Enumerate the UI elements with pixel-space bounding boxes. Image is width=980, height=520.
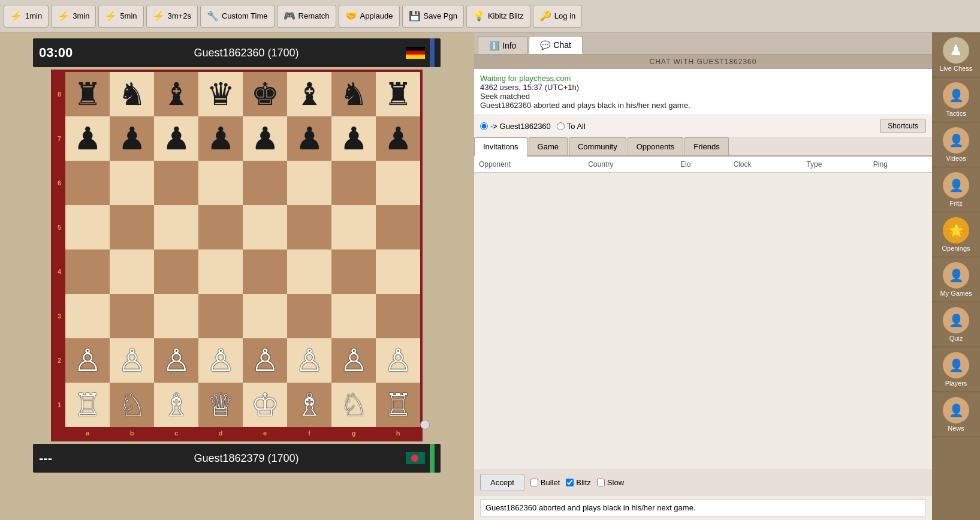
square-g3[interactable]	[331, 294, 376, 338]
square-h6[interactable]	[376, 161, 420, 205]
sidebar-item-videos[interactable]: 👤 Videos	[932, 122, 980, 167]
square-d6[interactable]	[198, 161, 243, 205]
square-c7[interactable]: ♟	[154, 116, 198, 161]
inner-tab-community[interactable]: Community	[569, 137, 626, 155]
square-d5[interactable]	[198, 205, 243, 250]
receiver-all-radio[interactable]	[557, 122, 565, 130]
inner-tab-invitations[interactable]: Invitations	[474, 137, 527, 157]
accept-button[interactable]: Accept	[480, 474, 524, 491]
square-c4[interactable]	[154, 250, 198, 294]
square-h1[interactable]: ♖	[376, 383, 420, 427]
square-b8[interactable]: ♞	[110, 72, 154, 116]
square-f8[interactable]: ♝	[287, 72, 331, 116]
square-a2[interactable]: ♙	[65, 338, 110, 383]
square-b3[interactable]	[110, 294, 154, 338]
resize-handle[interactable]	[420, 420, 430, 429]
square-g5[interactable]	[331, 205, 376, 250]
square-g4[interactable]	[331, 250, 376, 294]
bullet-checkbox-label[interactable]: Bullet	[530, 478, 560, 487]
square-b7[interactable]: ♟	[110, 116, 154, 161]
receiver-self-radio[interactable]	[480, 122, 488, 130]
square-e1[interactable]: ♔	[243, 383, 287, 427]
square-a4[interactable]	[65, 250, 110, 294]
square-f2[interactable]: ♙	[287, 338, 331, 383]
blitz-checkbox-label[interactable]: Blitz	[566, 478, 591, 487]
square-c3[interactable]	[154, 294, 198, 338]
sidebar-item-live-chess[interactable]: ♟ Live Chess	[932, 32, 980, 77]
square-c2[interactable]: ♙	[154, 338, 198, 383]
shortcuts-button[interactable]: Shortcuts	[880, 119, 926, 133]
3min-button[interactable]: ⚡ 3min	[51, 5, 96, 28]
square-f7[interactable]: ♟	[287, 116, 331, 161]
square-e7[interactable]: ♟	[243, 116, 287, 161]
custom-time-button[interactable]: 🔧 Custom Time	[200, 5, 275, 28]
sidebar-item-players[interactable]: 👤 Players	[932, 347, 980, 392]
chat-input[interactable]	[480, 499, 926, 516]
1min-button[interactable]: ⚡ 1min	[4, 5, 49, 28]
square-c8[interactable]: ♝	[154, 72, 198, 116]
log-in-button[interactable]: 🔑 Log in	[533, 5, 582, 28]
sidebar-item-news[interactable]: 👤 News	[932, 392, 980, 437]
square-e6[interactable]	[243, 161, 287, 205]
3m2s-button[interactable]: ⚡ 3m+2s	[146, 5, 198, 28]
square-d1[interactable]: ♕	[198, 383, 243, 427]
square-h5[interactable]	[376, 205, 420, 250]
square-a3[interactable]	[65, 294, 110, 338]
square-f5[interactable]	[287, 205, 331, 250]
rematch-button[interactable]: 🎮 Rematch	[277, 5, 336, 28]
square-c5[interactable]	[154, 205, 198, 250]
sidebar-item-my-games[interactable]: 👤 My Games	[932, 257, 980, 302]
square-f1[interactable]: ♗	[287, 383, 331, 427]
square-a8[interactable]: ♜	[65, 72, 110, 116]
square-b6[interactable]	[110, 161, 154, 205]
receiver-all-label[interactable]: To All	[557, 122, 586, 131]
square-a6[interactable]	[65, 161, 110, 205]
square-h3[interactable]	[376, 294, 420, 338]
square-e3[interactable]	[243, 294, 287, 338]
square-d8[interactable]: ♛	[198, 72, 243, 116]
slow-checkbox-label[interactable]: Slow	[597, 478, 624, 487]
blitz-checkbox[interactable]	[566, 479, 574, 486]
square-h7[interactable]: ♟	[376, 116, 420, 161]
square-c6[interactable]	[154, 161, 198, 205]
kibitz-blitz-button[interactable]: 💡 Kibitz Blitz	[466, 5, 530, 28]
sidebar-item-openings[interactable]: 🌟 Openings	[932, 212, 980, 257]
square-e2[interactable]: ♙	[243, 338, 287, 383]
sidebar-item-quiz[interactable]: 👤 Quiz	[932, 302, 980, 347]
square-g8[interactable]: ♞	[331, 72, 376, 116]
square-d2[interactable]: ♙	[198, 338, 243, 383]
square-g7[interactable]: ♟	[331, 116, 376, 161]
square-h4[interactable]	[376, 250, 420, 294]
square-h2[interactable]: ♙	[376, 338, 420, 383]
square-d3[interactable]	[198, 294, 243, 338]
square-g6[interactable]	[331, 161, 376, 205]
inner-tab-opponents[interactable]: Opponents	[628, 137, 684, 155]
bullet-checkbox[interactable]	[530, 479, 538, 486]
square-d4[interactable]	[198, 250, 243, 294]
save-pgn-button[interactable]: 💾 Save Pgn	[402, 5, 464, 28]
square-b2[interactable]: ♙	[110, 338, 154, 383]
square-a5[interactable]	[65, 205, 110, 250]
tab-info[interactable]: ℹ️ Info	[478, 36, 527, 54]
receiver-self-label[interactable]: -> Guest1862360	[480, 122, 551, 131]
square-g2[interactable]: ♙	[331, 338, 376, 383]
square-d7[interactable]: ♟	[198, 116, 243, 161]
inner-tab-friends[interactable]: Friends	[685, 137, 728, 155]
square-e4[interactable]	[243, 250, 287, 294]
square-b1[interactable]: ♘	[110, 383, 154, 427]
square-f4[interactable]	[287, 250, 331, 294]
square-g1[interactable]: ♘	[331, 383, 376, 427]
square-e8[interactable]: ♚	[243, 72, 287, 116]
tab-chat[interactable]: 💬 Chat	[529, 36, 583, 54]
inner-tab-game[interactable]: Game	[529, 137, 568, 155]
slow-checkbox[interactable]	[597, 479, 605, 486]
square-e5[interactable]	[243, 205, 287, 250]
square-f6[interactable]	[287, 161, 331, 205]
square-b4[interactable]	[110, 250, 154, 294]
chess-board[interactable]: 8 ♜ ♞ ♝ ♛ ♚ ♝ ♞ ♜ 7 ♟ ♟ ♟ ♟ ♟ ♟ ♟ ♟	[51, 70, 423, 441]
applaud-button[interactable]: 🤝 Applaude	[339, 5, 400, 28]
square-f3[interactable]	[287, 294, 331, 338]
square-b5[interactable]	[110, 205, 154, 250]
5min-button[interactable]: ⚡ 5min	[98, 5, 143, 28]
square-c1[interactable]: ♗	[154, 383, 198, 427]
